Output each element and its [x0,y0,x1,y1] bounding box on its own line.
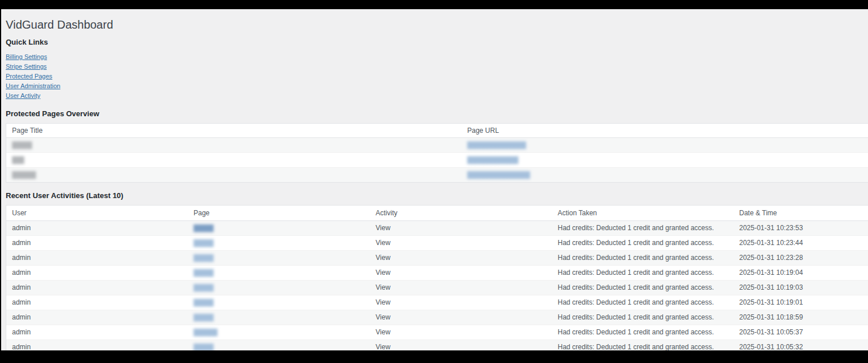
page-title-redacted: ███ [12,156,23,163]
cell-date-time: 2025-01-31 10:05:37 [739,328,803,336]
page-link-redacted[interactable]: ██████ [194,329,217,336]
cell-action-taken: Had credits: Deducted 1 credit and grant… [558,343,714,350]
page-link-redacted[interactable]: █████ [194,224,213,231]
page-link-redacted[interactable]: █████ [194,314,213,321]
table-row: admin █████ View Had credits: Deducted 1… [6,236,868,251]
protected-pages-table-box: Page Title Page URL █████ ██████████████… [6,123,868,183]
table-row: ██████ ████████████████ [6,168,868,183]
page-title-redacted: ██████ [12,171,35,178]
cell-user: admin [12,224,31,232]
cell-activity: View [376,328,390,336]
page-link-redacted[interactable]: █████ [194,344,213,350]
column-header-page: Page [188,206,370,221]
column-header-action-taken: Action Taken [552,206,733,221]
protected-pages-heading: Protected Pages Overview [6,110,868,118]
cell-date-time: 2025-01-31 10:19:04 [739,269,803,277]
column-header-date-time: Date & Time [733,206,868,221]
page-url-link-redacted[interactable]: █████████████ [467,156,518,163]
quick-links-list: Billing Settings Stripe Settings Protect… [1,52,868,101]
quick-link[interactable]: User Activity [6,91,41,101]
quick-link[interactable]: Stripe Settings [6,62,47,72]
activities-table: User Page Activity Action Taken Date & T… [6,206,868,350]
cell-date-time: 2025-01-31 10:19:03 [739,283,803,291]
cell-action-taken: Had credits: Deducted 1 credit and grant… [558,328,714,336]
cell-date-time: 2025-01-31 10:23:28 [739,254,803,262]
cell-user: admin [12,269,31,277]
quick-links-heading: Quick Links [6,38,868,46]
page-link-redacted[interactable]: █████ [194,299,213,306]
recent-activities-heading: Recent User Activities (Latest 10) [6,192,868,200]
page-url-link-redacted[interactable]: ████████████████ [467,171,530,178]
cell-action-taken: Had credits: Deducted 1 credit and grant… [558,269,714,277]
cell-action-taken: Had credits: Deducted 1 credit and grant… [558,283,714,291]
cell-activity: View [376,254,390,262]
table-row: admin █████ View Had credits: Deducted 1… [6,221,868,236]
cell-activity: View [376,224,390,232]
table-row: █████ ███████████████ [6,138,868,153]
page-url-link-redacted[interactable]: ███████████████ [467,141,526,148]
cell-action-taken: Had credits: Deducted 1 credit and grant… [558,313,714,321]
cell-date-time: 2025-01-31 10:23:44 [739,239,803,247]
cell-user: admin [12,328,31,336]
cell-action-taken: Had credits: Deducted 1 credit and grant… [558,298,714,306]
page-link-redacted[interactable]: █████ [194,254,213,261]
cell-action-taken: Had credits: Deducted 1 credit and grant… [558,254,714,262]
activities-table-box: User Page Activity Action Taken Date & T… [6,205,868,350]
page-link-redacted[interactable]: █████ [194,284,213,291]
table-row: admin █████ View Had credits: Deducted 1… [6,266,868,281]
cell-activity: View [376,283,390,291]
cell-activity: View [376,298,390,306]
dashboard-page: VidGuard Dashboard Quick Links Billing S… [1,9,868,350]
column-header-user: User [6,206,188,221]
quick-link[interactable]: Protected Pages [6,72,52,81]
table-row: ███ █████████████ [6,153,868,168]
cell-user: admin [12,313,31,321]
column-header-activity: Activity [370,206,552,221]
page-title-redacted: █████ [12,141,31,148]
protected-pages-table: Page Title Page URL █████ ██████████████… [6,124,868,182]
cell-user: admin [12,283,31,291]
cell-date-time: 2025-01-31 10:05:32 [739,343,803,350]
table-row: admin █████ View Had credits: Deducted 1… [6,295,868,310]
screenshot-top-black-bar [0,0,868,9]
cell-action-taken: Had credits: Deducted 1 credit and grant… [558,239,714,247]
cell-activity: View [376,239,390,247]
cell-activity: View [376,343,390,350]
page-link-redacted[interactable]: █████ [194,239,213,246]
table-header-row: User Page Activity Action Taken Date & T… [6,206,868,221]
cell-user: admin [12,239,31,247]
cell-date-time: 2025-01-31 10:18:59 [739,313,803,321]
table-header-row: Page Title Page URL [6,124,868,138]
table-row: admin █████ View Had credits: Deducted 1… [6,281,868,295]
quick-link[interactable]: Billing Settings [6,52,47,62]
table-row: admin ██████ View Had credits: Deducted … [6,325,868,340]
table-row: admin █████ View Had credits: Deducted 1… [6,340,868,351]
cell-user: admin [12,343,31,350]
cell-activity: View [376,269,390,277]
page-link-redacted[interactable]: █████ [194,269,213,276]
table-row: admin █████ View Had credits: Deducted 1… [6,251,868,266]
screenshot-bottom-black-bar [0,350,868,363]
quick-link[interactable]: User Administration [6,81,60,91]
cell-user: admin [12,298,31,306]
table-row: admin █████ View Had credits: Deducted 1… [6,310,868,325]
cell-date-time: 2025-01-31 10:23:53 [739,224,803,232]
cell-user: admin [12,254,31,262]
cell-date-time: 2025-01-31 10:19:01 [739,298,803,306]
column-header-page-url: Page URL [461,124,868,138]
cell-action-taken: Had credits: Deducted 1 credit and grant… [558,224,714,232]
column-header-page-title: Page Title [6,124,461,138]
page-title: VidGuard Dashboard [6,18,868,31]
cell-activity: View [376,313,390,321]
